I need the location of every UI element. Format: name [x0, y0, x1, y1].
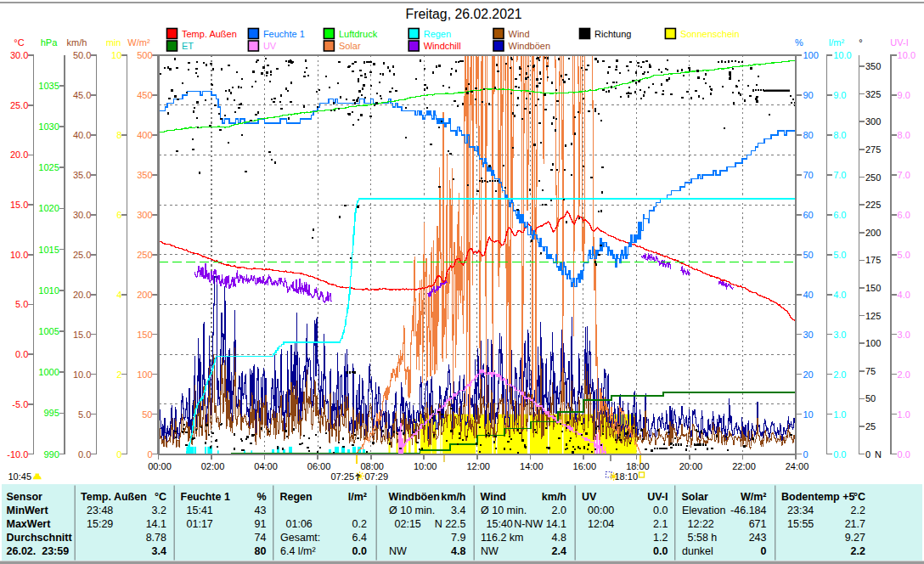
- svg-text:-46.184: -46.184: [730, 505, 766, 516]
- svg-text:10:45: 10:45: [8, 471, 32, 482]
- svg-text:02:00: 02:00: [201, 461, 225, 471]
- svg-text:0.0: 0.0: [653, 545, 668, 557]
- svg-text:50: 50: [803, 250, 813, 260]
- svg-text:3.0: 3.0: [833, 330, 846, 340]
- svg-text:UV: UV: [263, 41, 277, 51]
- svg-text:75: 75: [865, 366, 876, 376]
- svg-text:300: 300: [137, 210, 152, 220]
- svg-text:0: 0: [116, 449, 121, 460]
- svg-text:Windböen: Windböen: [389, 491, 440, 503]
- svg-text:12:04: 12:04: [588, 518, 614, 530]
- svg-text:300: 300: [865, 116, 881, 127]
- svg-text:N: N: [875, 449, 882, 460]
- svg-text:6.4 l/m²: 6.4 l/m²: [280, 545, 316, 557]
- svg-text:1.0: 1.0: [833, 409, 846, 420]
- svg-text:km/h: km/h: [67, 37, 87, 48]
- svg-text:5.0: 5.0: [15, 299, 28, 309]
- svg-text:dunkel: dunkel: [682, 545, 713, 557]
- svg-text:100: 100: [803, 50, 818, 60]
- svg-text:40: 40: [803, 290, 813, 300]
- svg-text:1030: 1030: [38, 121, 59, 132]
- svg-text:15.0: 15.0: [10, 200, 28, 210]
- svg-text:NW: NW: [389, 545, 407, 557]
- svg-text:60: 60: [803, 210, 813, 220]
- svg-text:1025: 1025: [38, 162, 59, 172]
- svg-text:15.0: 15.0: [73, 330, 91, 340]
- svg-text:0.0: 0.0: [898, 449, 910, 460]
- svg-text:243: 243: [749, 532, 767, 544]
- svg-text:8.0: 8.0: [833, 130, 846, 140]
- svg-text:0: 0: [147, 449, 152, 460]
- svg-text:10.0: 10.0: [898, 50, 916, 60]
- svg-text:10: 10: [111, 50, 121, 60]
- svg-text:0.2: 0.2: [352, 518, 367, 530]
- svg-text:350: 350: [865, 61, 881, 71]
- svg-text:990: 990: [43, 449, 59, 460]
- svg-text:91: 91: [255, 518, 267, 530]
- svg-text:325: 325: [865, 89, 881, 99]
- svg-text:14:00: 14:00: [520, 461, 544, 471]
- svg-text:0: 0: [865, 449, 870, 460]
- svg-text:10.0: 10.0: [833, 50, 851, 60]
- svg-text:23:34: 23:34: [787, 505, 814, 516]
- svg-text:0: 0: [761, 545, 767, 557]
- svg-text:°C: °C: [14, 37, 24, 48]
- svg-text:50: 50: [142, 409, 152, 420]
- svg-text:25.0: 25.0: [73, 250, 91, 260]
- svg-text:08:00: 08:00: [360, 461, 384, 471]
- svg-text:2.4: 2.4: [552, 545, 566, 557]
- svg-text:16:00: 16:00: [573, 461, 597, 471]
- svg-text:80: 80: [255, 545, 267, 557]
- svg-text:25.0: 25.0: [10, 100, 28, 110]
- svg-text:40.0: 40.0: [73, 130, 91, 140]
- svg-text:20: 20: [803, 369, 813, 380]
- svg-text:15:29: 15:29: [87, 518, 113, 530]
- svg-text:200: 200: [865, 228, 881, 238]
- svg-text:35.0: 35.0: [73, 170, 91, 180]
- svg-text:0.0: 0.0: [653, 505, 668, 516]
- svg-text:8.0: 8.0: [898, 130, 910, 140]
- svg-text:9.0: 9.0: [898, 90, 910, 100]
- svg-text:00:00: 00:00: [148, 461, 172, 471]
- svg-text:Temp. Außen: Temp. Außen: [182, 29, 237, 39]
- svg-text:-5.0: -5.0: [12, 399, 28, 409]
- svg-text:80: 80: [803, 130, 813, 140]
- svg-text:21.7: 21.7: [845, 518, 865, 530]
- svg-text:8.78: 8.78: [146, 532, 166, 544]
- svg-text:Sonnenschein: Sonnenschein: [680, 29, 740, 39]
- svg-text:995: 995: [43, 408, 59, 418]
- svg-text:2.0: 2.0: [898, 369, 910, 380]
- svg-text:70: 70: [803, 170, 813, 180]
- svg-text:450: 450: [137, 90, 152, 100]
- svg-text:250: 250: [865, 172, 881, 183]
- svg-text:Wind: Wind: [509, 29, 530, 39]
- svg-text:min: min: [106, 37, 121, 48]
- svg-text:1005: 1005: [38, 326, 59, 336]
- svg-text:Luftdruck: Luftdruck: [339, 29, 378, 39]
- svg-text:10.0: 10.0: [73, 369, 91, 380]
- svg-text:Richtung: Richtung: [594, 29, 631, 39]
- svg-text:-10.0: -10.0: [7, 449, 28, 460]
- svg-text:125: 125: [865, 311, 881, 321]
- svg-text:150: 150: [865, 283, 881, 293]
- svg-text:10:00: 10:00: [414, 461, 437, 471]
- svg-text:1.0: 1.0: [898, 409, 910, 420]
- svg-text:Ø 10 min.: Ø 10 min.: [389, 505, 435, 516]
- svg-text:4.8: 4.8: [552, 532, 566, 544]
- svg-text:200: 200: [137, 290, 152, 300]
- svg-text:Elevation: Elevation: [682, 505, 725, 516]
- svg-text:2.2: 2.2: [851, 545, 865, 557]
- svg-text:50.0: 50.0: [73, 50, 91, 60]
- svg-text:6.0: 6.0: [898, 210, 910, 220]
- svg-text:50: 50: [865, 393, 876, 403]
- svg-text:Solar: Solar: [682, 491, 708, 503]
- svg-text:400: 400: [137, 130, 152, 140]
- svg-text:NW: NW: [481, 545, 499, 557]
- svg-text:W/m²: W/m²: [127, 37, 150, 48]
- svg-text:10.0: 10.0: [10, 250, 28, 260]
- svg-text:6.0: 6.0: [833, 210, 846, 220]
- svg-text:UV: UV: [582, 491, 597, 503]
- svg-text:20.0: 20.0: [73, 290, 91, 300]
- svg-text:°: °: [859, 37, 862, 48]
- svg-text:4: 4: [116, 290, 121, 300]
